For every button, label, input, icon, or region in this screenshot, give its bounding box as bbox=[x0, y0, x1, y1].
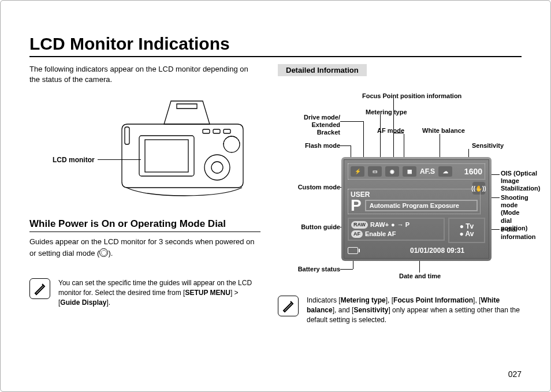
label-edial: e-dial information bbox=[501, 226, 535, 241]
lcd-diagram: Drive mode/ Extended Bracket Flash mode … bbox=[278, 82, 522, 278]
page-title: LCD Monitor Indications bbox=[29, 34, 522, 57]
label-datetime: Date and time bbox=[399, 272, 441, 280]
drive-icon: ▭ bbox=[368, 166, 382, 177]
af-mode-indicator: AF.S bbox=[420, 167, 435, 176]
shooting-mode-box: USER P Automatic Program Exposure bbox=[348, 189, 481, 214]
wb-icon: ☁ bbox=[438, 166, 452, 177]
label-button-guide: Button guide bbox=[299, 223, 340, 231]
label-af-mode: AF mode bbox=[377, 127, 404, 135]
page-number: 027 bbox=[508, 369, 522, 379]
datetime-indicator: 01/01/2008 09:31 bbox=[410, 247, 464, 255]
svg-rect-5 bbox=[203, 129, 210, 133]
edial-box: ● Tv ● Av bbox=[448, 218, 485, 243]
label-white-balance: White balance bbox=[422, 127, 465, 135]
svg-rect-7 bbox=[224, 129, 230, 133]
label-battery: Battery status bbox=[294, 266, 340, 273]
detailed-info-tab: Detailed Information bbox=[278, 64, 367, 76]
camera-illustration: LCD monitor bbox=[47, 92, 260, 208]
note-icon bbox=[29, 278, 50, 299]
label-drive-mode: Drive mode/ Extended Bracket bbox=[287, 114, 340, 137]
svg-rect-8 bbox=[125, 127, 129, 144]
label-custom-mode: Custom mode bbox=[294, 184, 340, 191]
svg-rect-0 bbox=[139, 136, 194, 176]
label-ois: OIS (Optical Image Stabilization) bbox=[501, 170, 540, 193]
camera-icon bbox=[116, 92, 266, 202]
focus-point-icon: ▦ bbox=[403, 166, 416, 177]
lcd-bottom-row: 01/01/2008 09:31 bbox=[348, 245, 485, 256]
label-focus-point: Focus Point position information bbox=[362, 92, 461, 100]
flash-icon: ⚡ bbox=[351, 166, 364, 177]
button-guide-box: RAW RAW+ ● → P AF Enable AF bbox=[348, 218, 445, 241]
guide-text: Guides appear on the LCD monitor for 3 s… bbox=[29, 237, 260, 259]
af-pill: AF bbox=[351, 230, 363, 238]
raw-pill: RAW bbox=[351, 221, 368, 229]
intro-text: The following indicators appear on the L… bbox=[29, 64, 260, 84]
mode-description: Automatic Program Exposure bbox=[365, 200, 478, 212]
metering-icon: ◉ bbox=[385, 166, 399, 177]
svg-point-2 bbox=[204, 155, 230, 180]
note-icon bbox=[278, 296, 299, 316]
label-metering: Metering type bbox=[366, 109, 407, 116]
section-heading: While Power is On or Operating Mode Dial bbox=[29, 218, 260, 232]
lcd-screen: ⚡ ▭ ◉ ▦ AF.S ☁ 1600 ((✋)) USER P bbox=[341, 157, 492, 261]
lcd-top-row: ⚡ ▭ ◉ ▦ AF.S ☁ 1600 bbox=[348, 163, 485, 180]
iso-indicator: 1600 bbox=[464, 167, 482, 176]
svg-point-3 bbox=[211, 162, 223, 173]
label-sensitivity: Sensitivity bbox=[472, 142, 504, 150]
mode-letter: P bbox=[351, 197, 362, 214]
mode-dial-icon bbox=[99, 248, 108, 257]
note-box: You can set the specific time the guides… bbox=[29, 278, 260, 307]
note-box-2: Indicators [Metering type], [Focus Point… bbox=[278, 296, 522, 324]
label-flash-mode: Flash mode bbox=[300, 142, 340, 150]
svg-rect-1 bbox=[145, 140, 188, 172]
svg-rect-6 bbox=[213, 129, 220, 133]
lcd-monitor-label: LCD monitor bbox=[53, 156, 95, 164]
battery-icon bbox=[348, 247, 358, 254]
